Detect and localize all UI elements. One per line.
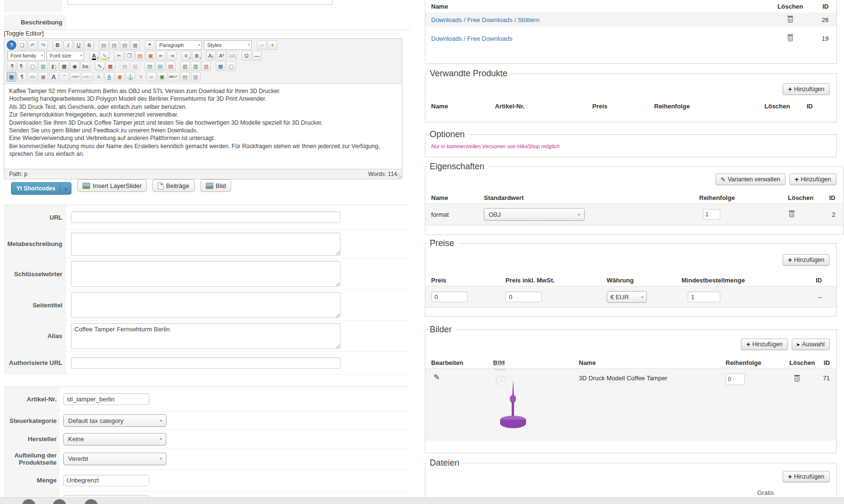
delete-table-icon[interactable]: ▦ [106,61,115,71]
trash-icon[interactable] [789,210,795,217]
layout-cols-icon[interactable]: ▥ [191,72,200,82]
edit-css-icon[interactable]: ✎▾ [95,61,105,71]
artikel-nr-input[interactable] [63,393,149,405]
editor-content[interactable]: Kaffee Tamper 52 mm Fernsehturm Berlin a… [4,84,402,169]
outdent-icon[interactable]: ⇤ [156,51,166,60]
find-replace-icon[interactable]: ba [81,61,90,71]
col-after-icon[interactable]: ▥ [191,61,200,71]
styles-select[interactable]: Styles▾ [204,40,252,50]
insert-table-icon[interactable]: ▦ [216,61,225,71]
visual-chars-icon[interactable]: ▣ [38,72,48,82]
paragraph-mark-icon[interactable]: ¶ [17,72,27,82]
subscript-icon[interactable]: A₂ [206,51,216,60]
copy-icon[interactable]: ❐ [125,51,134,60]
steuerkategorie-select[interactable]: Default tax category ▼ [63,414,166,427]
help-icon[interactable]: ? [7,40,16,50]
name-input[interactable] [67,0,333,5]
row-props-icon[interactable]: ▤ [120,61,129,71]
merge-cells-icon[interactable]: ▢ [226,61,236,71]
acronym-icon[interactable]: A.B.C. [82,72,93,82]
bullet-list-icon[interactable]: ≣▾ [192,51,201,60]
kategorie-link[interactable]: Downloads / Free Downloads / Stöbern [431,16,771,23]
preis-mwst-input[interactable] [505,292,542,302]
align-center-icon[interactable]: ▤ [109,40,119,50]
hinzufuegen-button[interactable]: + Hinzufügen [741,339,788,350]
delete-col-icon[interactable]: ▥ [201,61,211,71]
paste-icon[interactable]: ▤ [135,51,145,60]
attributes-icon[interactable]: ▣ [115,72,125,82]
alias-input[interactable]: Coffee Tamper Fernsehturm Berlin [71,323,340,349]
row-before-icon[interactable]: ▤ [145,61,154,71]
waehrung-select[interactable]: € EUR ▼ [607,291,647,303]
preis-input[interactable] [431,292,468,302]
eraser-icon[interactable]: ▱ [257,40,267,50]
kategorie-link[interactable]: Downloads / Free Downloads [431,35,771,42]
menge-input[interactable] [63,475,149,486]
align-left-icon[interactable]: ▤ [99,40,108,50]
schluesselwoerter-input[interactable] [71,261,340,287]
language-icon[interactable]: aA▾ [227,51,237,60]
row-after-icon[interactable]: ▤ [155,61,165,71]
fullscreen-icon[interactable]: ▢ [28,61,37,71]
ins-icon[interactable]: A [105,72,114,82]
varianten-verwalten-button[interactable]: ✎ Varianten verwalten [715,174,785,185]
seitentitel-input[interactable] [71,292,340,318]
col-before-icon[interactable]: ▥ [180,61,190,71]
aufteilung-select[interactable]: Vererbt ▼ [63,453,166,465]
caret-up-icon[interactable]: ▲ [60,183,71,194]
align-right-icon[interactable]: ▤ [120,40,129,50]
bild-button[interactable]: Bild [200,179,232,192]
superscript-icon[interactable]: A² [217,51,226,60]
toggle-editor-link[interactable]: [Toggle Editor] [4,30,44,37]
hersteller-select[interactable]: Keine ▼ [63,433,166,445]
print-icon[interactable]: ▦ [59,61,69,71]
hinzufuegen-button[interactable]: + Hinzufügen [783,471,830,482]
font-size-select[interactable]: Font size▾ [47,51,84,60]
yt-shortcodes-button[interactable]: Yt Shortcodes ▲ [11,182,71,195]
flash-icon[interactable]: ↯ [136,72,146,82]
url-input[interactable] [71,211,340,223]
insert-layerslider-button[interactable]: Insert LayerSlider [77,179,147,192]
standardwert-select[interactable]: OBJ ▼ [484,208,585,221]
code-icon[interactable]: ◧ [49,61,59,71]
trash-icon[interactable] [787,34,793,41]
authorisierte-url-input[interactable] [71,357,340,369]
special-char-icon[interactable]: Ω [242,51,251,60]
blockquote-icon[interactable]: ❝ [145,40,154,50]
anchor-icon[interactable]: ⚓ [126,72,135,82]
paste-text-icon[interactable]: ▣ [146,51,155,60]
hinzufuegen-button[interactable]: + Hinzufügen [783,254,830,266]
cite-icon[interactable]: “” [59,72,69,82]
paragraph-select[interactable]: Paragraph▾ [156,40,202,50]
font-family-select[interactable]: Font family▾ [7,51,45,60]
ltr-icon[interactable]: ·¶ [7,61,16,71]
trash-icon[interactable] [787,15,793,23]
font-color-icon[interactable]: A▾ [89,51,99,60]
cleanup-icon[interactable]: ✦ [268,40,277,50]
reihenfolge-input[interactable] [726,374,745,385]
link-icon[interactable]: ∞ [147,72,156,82]
auswahl-button[interactable]: ▶ Auswahl [792,339,830,350]
reihenfolge-input[interactable] [703,209,720,220]
metabeschreibung-input[interactable] [71,233,340,256]
new-document-icon[interactable]: ❏ [17,40,27,50]
edit-pencil-icon[interactable]: ✎ [434,373,440,381]
underline-icon[interactable]: U [74,40,83,50]
preview-icon[interactable]: ▥ [38,61,48,71]
hinzufuegen-button[interactable]: + Hinzufügen [783,83,830,95]
align-justify-icon[interactable]: ▦ [130,40,140,50]
page-embed-icon[interactable]: ▭ [28,72,37,82]
layout-rows-icon[interactable]: ▤ [180,72,190,82]
bold-icon[interactable]: B [53,40,62,50]
search-icon[interactable]: ◉ [70,61,80,71]
rtl-icon[interactable]: ¶· [17,61,27,71]
undo-icon[interactable]: ↶ [28,40,37,50]
italic-icon[interactable]: I [63,40,73,50]
highlight-color-icon[interactable]: ✎▾ [100,51,109,60]
style-props-icon[interactable]: A [49,72,59,82]
image-icon[interactable]: ▣ [157,72,167,82]
abbr-icon[interactable]: ABBR [70,72,81,82]
redo-icon[interactable]: ↷ [38,40,48,50]
cell-props-icon[interactable]: ▥ [130,61,140,71]
indent-icon[interactable]: ⇥ [167,51,176,60]
